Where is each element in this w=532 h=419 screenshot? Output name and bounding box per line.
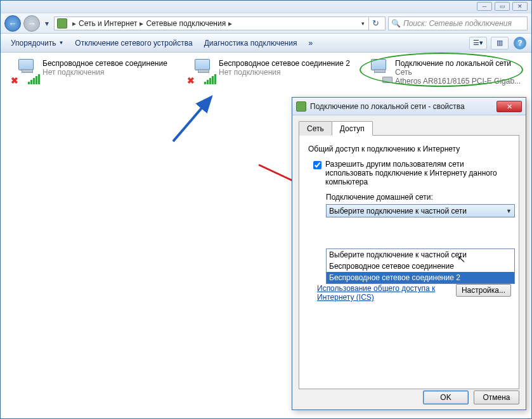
disconnected-icon: ✖ <box>11 75 18 86</box>
dropdown-option-wireless-1[interactable]: Беспроводное сетевое соединение <box>327 261 514 272</box>
tab-sharing[interactable]: Доступ <box>332 121 373 136</box>
svg-line-0 <box>173 97 211 141</box>
crumb-network[interactable]: Сеть и Интернет <box>79 19 137 28</box>
search-placeholder: Поиск: Сетевые подключения <box>403 19 512 28</box>
connection-icon: ✖ <box>190 59 215 82</box>
organize-button[interactable]: Упорядочить ▼ <box>6 36 68 50</box>
explorer-titlebar: ─ ▭ ✕ <box>1 1 531 13</box>
search-icon: 🔍 <box>391 19 401 28</box>
breadcrumb: ▸ Сеть и Интернет ▸ Сетевые подключения … <box>71 19 233 28</box>
refresh-button[interactable]: ↻ <box>368 16 382 30</box>
forward-button[interactable]: → <box>23 15 40 32</box>
allow-sharing-label: Разрешить другим пользователям сети испо… <box>325 160 510 186</box>
ics-group-title: Общий доступ к подключению к Интернету <box>308 145 510 153</box>
connection-status: Нет подключения <box>42 68 179 77</box>
signal-icon <box>204 74 216 84</box>
ok-button[interactable]: OK <box>423 390 469 404</box>
connection-item-wireless-2[interactable]: ✖ Беспроводное сетевое соединение 2 Нет … <box>187 56 358 84</box>
dialog-icon <box>296 101 306 112</box>
dialog-titlebar[interactable]: Подключение по локальной сети - свойства… <box>292 98 526 115</box>
preview-pane-button[interactable]: ▥ <box>491 37 509 49</box>
home-network-dropdown: Выберите подключение к частной сети Бесп… <box>326 248 515 284</box>
dialog-close-button[interactable]: ✕ <box>496 101 522 112</box>
restore-button[interactable]: ▭ <box>495 2 510 11</box>
tab-network[interactable]: Сеть <box>299 121 332 136</box>
home-network-combo[interactable]: Выберите подключение к частной сети ▼ <box>326 204 515 217</box>
close-button[interactable]: ✕ <box>512 2 528 11</box>
disconnected-icon: ✖ <box>187 75 195 86</box>
cursor-icon: ↖ <box>457 253 465 265</box>
annotation-oval <box>360 53 523 87</box>
allow-sharing-input[interactable] <box>313 161 321 169</box>
location-icon <box>57 18 67 29</box>
help-button[interactable]: ? <box>514 37 526 49</box>
search-input[interactable]: 🔍 Поиск: Сетевые подключения <box>388 16 528 30</box>
connection-status: Нет подключения <box>219 68 356 77</box>
connection-item-wireless-1[interactable]: ✖ Беспроводное сетевое соединение Нет по… <box>11 56 182 84</box>
allow-sharing-checkbox[interactable]: Разрешить другим пользователям сети испо… <box>313 160 510 186</box>
dialog-title: Подключение по локальной сети - свойства <box>310 102 493 111</box>
cancel-button[interactable]: Отмена <box>474 390 519 404</box>
signal-icon <box>28 74 40 84</box>
minimize-button[interactable]: ─ <box>477 2 492 11</box>
view-mode-button[interactable]: ☰▾ <box>469 37 487 49</box>
home-network-label: Подключение домашней сети: <box>326 193 510 202</box>
nav-bar: ← → ▾ ▸ Сеть и Интернет ▸ Сетевые подклю… <box>1 13 531 34</box>
combo-value: Выберите подключение к частной сети <box>329 207 467 216</box>
chevron-down-icon: ▼ <box>506 208 512 214</box>
connection-name: Беспроводное сетевое соединение <box>42 59 179 68</box>
toolbar-overflow[interactable]: » <box>303 36 318 50</box>
disable-device-button[interactable]: Отключение сетевого устройства <box>70 36 197 50</box>
tab-sharing-page: Общий доступ к подключению к Интернету Р… <box>299 136 519 389</box>
annotation-arrow-blue <box>167 91 224 148</box>
ics-help-link[interactable]: Использование общего доступа к Интернету… <box>317 284 444 302</box>
address-bar[interactable]: ▸ Сеть и Интернет ▸ Сетевые подключения … <box>54 16 386 30</box>
address-dropdown[interactable]: ▾ <box>361 20 365 27</box>
command-toolbar: Упорядочить ▼ Отключение сетевого устрой… <box>1 34 531 53</box>
connection-icon: ✖ <box>13 59 39 82</box>
connection-name: Беспроводное сетевое соединение 2 <box>219 59 356 68</box>
dialog-tabs: Сеть Доступ <box>299 120 519 136</box>
dropdown-option-placeholder[interactable]: Выберите подключение к частной сети <box>327 249 514 261</box>
crumb-connections[interactable]: Сетевые подключения <box>146 19 226 28</box>
diagnose-button[interactable]: Диагностика подключения <box>199 36 302 50</box>
history-dropdown[interactable]: ▾ <box>42 15 51 32</box>
properties-dialog: Подключение по локальной сети - свойства… <box>292 97 526 410</box>
settings-button[interactable]: Настройка... <box>456 284 511 297</box>
dropdown-option-wireless-2[interactable]: Беспроводное сетевое соединение 2 <box>327 272 514 283</box>
back-button[interactable]: ← <box>4 15 21 32</box>
